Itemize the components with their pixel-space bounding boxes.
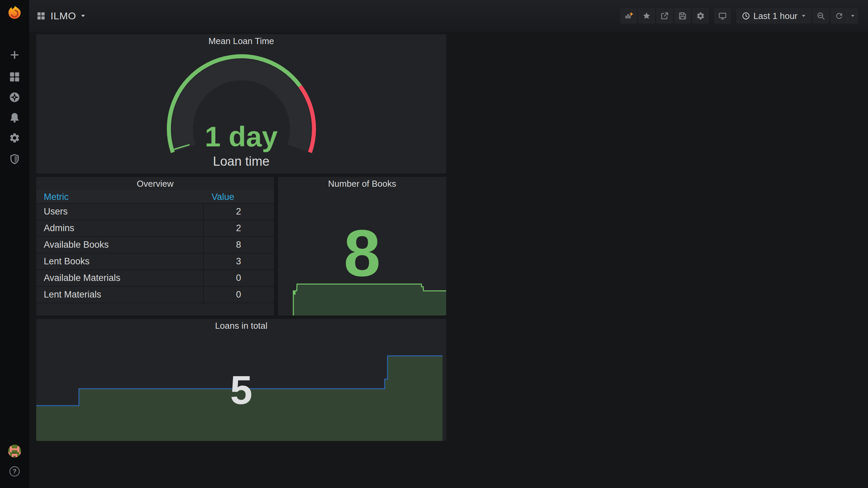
gear-icon: [696, 12, 705, 20]
add-panel-button[interactable]: [620, 8, 637, 23]
shield-icon: [9, 153, 20, 165]
sidebar-item-explore[interactable]: [9, 92, 20, 103]
table-row: Available Books 8: [36, 237, 274, 253]
time-range-label: Last 1 hour: [753, 11, 797, 21]
table-row: Admins 2: [36, 220, 274, 237]
cell-value: 2: [203, 223, 274, 233]
column-header-value[interactable]: Value: [203, 192, 274, 202]
chevron-down-icon: [851, 15, 854, 17]
gauge-value: 1 day: [36, 122, 446, 151]
help-icon[interactable]: ?: [9, 466, 20, 476]
panel-title[interactable]: Number of Books: [278, 177, 446, 190]
dashboard-grid: Mean Loan Time 1 day Loan time Overview …: [29, 32, 868, 488]
chevron-down-icon: [81, 15, 85, 17]
panel-title[interactable]: Mean Loan Time: [36, 34, 446, 48]
table-header-row: Metric Value: [36, 191, 274, 204]
dashboard-settings-button[interactable]: [692, 8, 709, 23]
cell-metric: Users: [36, 206, 203, 217]
add-panel-icon: [624, 12, 633, 20]
table-column-divider: [203, 204, 204, 304]
panel-number-of-books: Number of Books 8: [278, 177, 446, 316]
table-row: Users 2: [36, 204, 274, 220]
sidebar-item-alerting[interactable]: [9, 112, 20, 123]
refresh-button[interactable]: [831, 9, 847, 23]
panel-title[interactable]: Overview: [36, 177, 274, 190]
panel-loans-in-total: Loans in total 5: [36, 319, 446, 441]
cell-metric: Lent Books: [36, 256, 203, 267]
cell-metric: Available Materials: [36, 273, 203, 283]
save-icon: [678, 12, 687, 20]
table-body: Users 2 Admins 2 Available Books 8 Lent …: [36, 204, 274, 303]
cell-metric: Lent Materials: [36, 289, 203, 300]
panel-title[interactable]: Loans in total: [36, 319, 446, 332]
cell-value: 0: [203, 289, 274, 300]
share-icon: [660, 12, 669, 20]
plus-icon: [9, 49, 20, 61]
compass-icon: [9, 92, 20, 103]
cell-value: 0: [203, 273, 274, 283]
stat-value: 8: [278, 220, 446, 286]
table-row: Available Materials 0: [36, 270, 274, 287]
cell-value: 8: [203, 240, 274, 250]
cell-metric: Available Books: [36, 240, 203, 250]
table-row: Lent Books 3: [36, 253, 274, 270]
refresh-button-group: [831, 8, 858, 23]
grafana-app: ? ILMO: [0, 0, 868, 488]
refresh-icon: [835, 12, 844, 20]
bell-icon: [9, 112, 20, 123]
panel-overview-table: Overview Metric Value Users 2 Admins 2 A…: [36, 177, 274, 316]
navbar-actions: Last 1 hour: [620, 8, 858, 23]
dashboard-grid-icon: [36, 11, 46, 21]
gear-icon: [9, 132, 20, 144]
sidebar-item-configuration[interactable]: [9, 132, 20, 144]
grafana-logo-icon[interactable]: [6, 5, 23, 21]
time-range-picker[interactable]: Last 1 hour: [736, 8, 811, 23]
share-button[interactable]: [656, 8, 673, 23]
dashboard-title: ILMO: [51, 10, 76, 22]
refresh-interval-dropdown[interactable]: [847, 9, 857, 23]
cell-metric: Admins: [36, 223, 203, 233]
cell-value: 3: [203, 256, 274, 267]
gauge-label: Loan time: [36, 155, 446, 168]
sidebar-item-dashboards[interactable]: [9, 71, 20, 83]
save-button[interactable]: [674, 8, 691, 23]
star-icon: [642, 12, 651, 20]
zoom-out-button[interactable]: [813, 8, 829, 23]
stat-value: 5: [36, 370, 446, 410]
top-navbar: ILMO: [29, 0, 868, 32]
grid-icon: [9, 71, 20, 83]
panel-mean-loan-time: Mean Loan Time 1 day Loan time: [36, 34, 446, 174]
zoom-out-icon: [816, 12, 825, 20]
gauge-chart: [36, 34, 446, 174]
dashboard-title-dropdown[interactable]: ILMO: [36, 10, 85, 22]
column-header-metric[interactable]: Metric: [36, 192, 203, 202]
user-avatar[interactable]: [8, 445, 21, 458]
clock-icon: [742, 12, 750, 20]
sidebar: ?: [0, 0, 29, 488]
sidebar-item-server-admin[interactable]: [9, 153, 20, 165]
tv-mode-button[interactable]: [714, 8, 731, 23]
chevron-down-icon: [802, 15, 806, 17]
sidebar-item-create[interactable]: [9, 49, 20, 61]
cell-value: 2: [203, 206, 274, 217]
monitor-icon: [718, 12, 727, 20]
star-button[interactable]: [638, 8, 655, 23]
table-row: Lent Materials 0: [36, 287, 274, 303]
